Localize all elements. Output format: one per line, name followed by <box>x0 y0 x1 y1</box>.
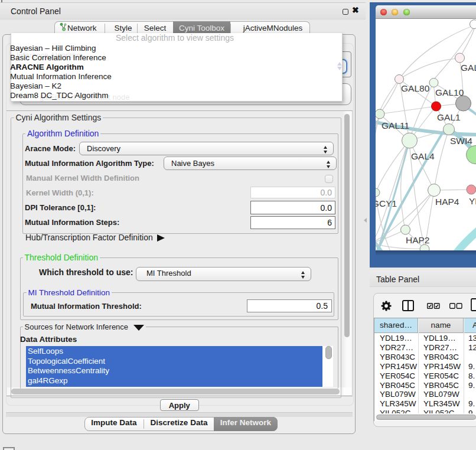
svg-text:GAL1: GAL1 <box>437 112 461 122</box>
svg-text:SWI4: SWI4 <box>450 136 472 146</box>
svg-text:GAL4: GAL4 <box>411 151 435 161</box>
svg-text:GAL2: GAL2 <box>461 63 476 73</box>
svg-text:HAP2: HAP2 <box>406 235 430 245</box>
svg-text:GAL80: GAL80 <box>401 83 430 93</box>
svg-text:GAL11: GAL11 <box>382 120 409 131</box>
svg-text:GCY1: GCY1 <box>376 198 397 208</box>
svg-text:YP: YP <box>469 196 476 206</box>
svg-text:GAL10: GAL10 <box>435 87 464 97</box>
svg-text:HAP4: HAP4 <box>435 197 459 207</box>
